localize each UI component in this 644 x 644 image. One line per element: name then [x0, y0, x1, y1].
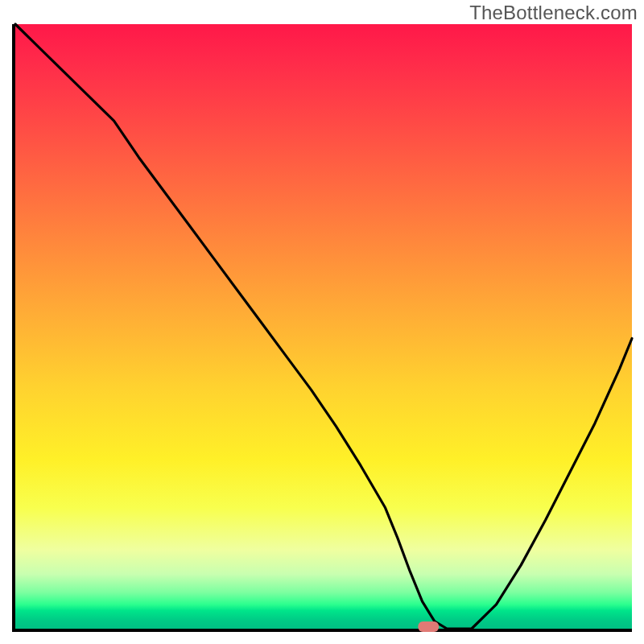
- watermark-text: TheBottleneck.com: [469, 2, 638, 24]
- optimal-marker: [418, 621, 439, 632]
- bottleneck-curve-path: [15, 24, 632, 629]
- bottleneck-curve-svg: [15, 24, 632, 629]
- chart-container: TheBottleneck.com: [0, 0, 644, 644]
- plot-area: [12, 24, 632, 632]
